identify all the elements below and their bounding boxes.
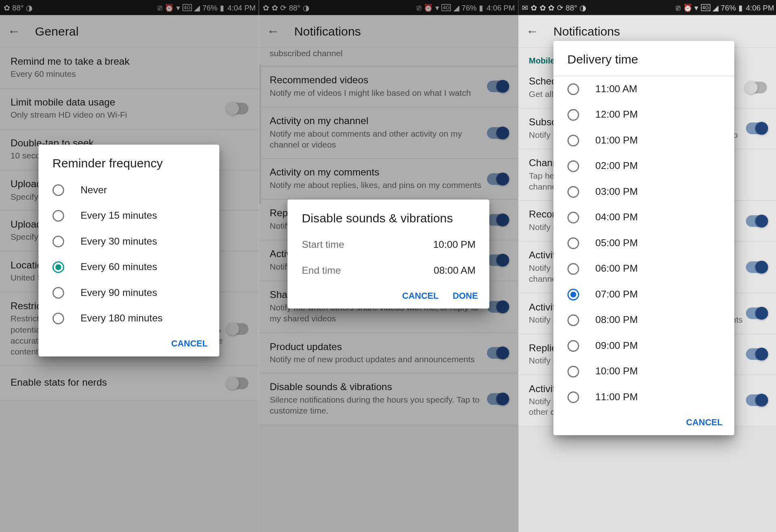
radio-option-0300pm[interactable]: 03:00 PM	[553, 179, 734, 205]
setting-channel-activity[interactable]: Activity on my channelNotify me about co…	[259, 107, 518, 159]
switch-toggle[interactable]	[487, 347, 508, 359]
radio-option-0700pm[interactable]: 07:00 PM	[553, 282, 734, 307]
radio-icon	[53, 210, 64, 222]
radio-label: Every 30 minutes	[80, 236, 157, 247]
end-time-row[interactable]: End time 08:00 AM	[288, 258, 489, 283]
radio-label: 10:00 PM	[595, 366, 638, 378]
reminder-frequency-dialog: Reminder frequency Never Every 15 minute…	[38, 145, 219, 357]
setting-disable-sounds[interactable]: Disable sounds & vibrationsSilence notif…	[259, 374, 518, 425]
switch-toggle[interactable]	[746, 82, 767, 94]
radio-option-0600pm[interactable]: 06:00 PM	[553, 256, 734, 281]
battery-icon: ▮	[738, 3, 742, 12]
radio-option-1200pm[interactable]: 12:00 PM	[553, 102, 734, 128]
switch-toggle[interactable]	[746, 262, 767, 273]
cancel-button[interactable]: CANCEL	[686, 417, 722, 427]
switch-toggle[interactable]	[487, 393, 508, 405]
radio-option-60[interactable]: Every 60 minutes	[38, 254, 219, 280]
switch-toggle[interactable]	[487, 214, 508, 226]
setting-remind-break[interactable]: Remind me to take a break Every 60 minut…	[0, 48, 259, 89]
battery-text: 76%	[721, 3, 736, 12]
done-button[interactable]: DONE	[453, 291, 478, 301]
back-button[interactable]: ←	[266, 24, 280, 38]
aperture-icon: ✿	[531, 3, 537, 12]
radio-option-15[interactable]: Every 15 minutes	[38, 203, 219, 228]
cancel-button[interactable]: CANCEL	[171, 338, 208, 348]
switch-toggle[interactable]	[746, 348, 767, 360]
radio-label: 07:00 PM	[595, 289, 638, 300]
radio-option-0500pm[interactable]: 05:00 PM	[553, 230, 734, 256]
radio-group: Never Every 15 minutes Every 30 minutes …	[38, 177, 219, 331]
switch-toggle[interactable]	[487, 173, 508, 185]
phone-notifications-delivery: ✉ ✿ ✿ ✿ ⟳ 88° ◑ ⎚ ⏰ ▾ 4G ◢ 76% ▮ 4:06 PM…	[519, 0, 776, 532]
setting-product-updates[interactable]: Product updatesNotify me of new product …	[259, 333, 518, 374]
radio-option-30[interactable]: Every 30 minutes	[38, 229, 219, 254]
radio-icon	[567, 289, 579, 300]
setting-recommended[interactable]: Recommended videosNotify me of videos I …	[259, 66, 518, 107]
radio-option-90[interactable]: Every 90 minutes	[38, 280, 219, 306]
location-icon: ◑	[26, 3, 32, 12]
disable-sounds-dialog: Disable sounds & vibrations Start time 1…	[288, 200, 489, 309]
switch-toggle[interactable]	[746, 395, 767, 406]
radio-label: 12:00 PM	[595, 109, 638, 121]
radio-icon	[53, 287, 64, 299]
switch-toggle[interactable]	[746, 215, 767, 227]
lte-icon: 4G	[183, 4, 192, 11]
page-title: Notifications	[294, 24, 361, 38]
back-button[interactable]: ←	[7, 24, 21, 38]
switch-toggle[interactable]	[228, 103, 249, 114]
radio-option-0800pm[interactable]: 08:00 PM	[553, 307, 734, 333]
radio-label: 01:00 PM	[595, 135, 638, 146]
radio-icon	[567, 83, 579, 95]
back-button[interactable]: ←	[525, 24, 540, 38]
radio-option-0200pm[interactable]: 02:00 PM	[553, 154, 734, 179]
switch-toggle[interactable]	[487, 255, 508, 266]
switch-toggle[interactable]	[746, 308, 767, 319]
cancel-button[interactable]: CANCEL	[402, 291, 439, 301]
status-bar: ✿ ✿ ⟳ 88° ◑ ⎚ ⏰ ▾ 4G ◢ 76% ▮ 4:06 PM	[259, 0, 518, 15]
setting-sub: Silence notifications during the hours y…	[270, 395, 487, 416]
setting-sub: Notify me about comments and other activ…	[270, 128, 487, 150]
setting-title: Product updates	[270, 341, 487, 353]
dialog-title: Delivery time	[553, 41, 734, 76]
switch-toggle[interactable]	[228, 323, 249, 335]
setting-stats-nerds[interactable]: Enable stats for nerds	[0, 366, 259, 401]
radio-label: 05:00 PM	[595, 237, 638, 249]
switch-toggle[interactable]	[487, 81, 508, 93]
start-time-row[interactable]: Start time 10:00 PM	[288, 232, 489, 258]
radio-label: 11:00 AM	[595, 83, 637, 95]
radio-icon	[567, 315, 579, 326]
setting-limit-data[interactable]: Limit mobile data usage Only stream HD v…	[0, 89, 259, 129]
signal-icon: ◢	[194, 3, 200, 12]
wifi-icon: ▾	[435, 3, 439, 12]
switch-toggle[interactable]	[487, 127, 508, 139]
radio-icon	[53, 236, 64, 247]
switch-toggle[interactable]	[487, 301, 508, 312]
signal-icon: ◢	[453, 3, 459, 12]
radio-label: Every 15 minutes	[80, 210, 157, 222]
radio-icon	[567, 391, 579, 403]
wifi-icon: ▾	[176, 3, 180, 12]
dialog-title: Disable sounds & vibrations	[288, 200, 489, 232]
setting-title: Disable sounds & vibrations	[270, 382, 487, 393]
sync-icon: ✿	[272, 3, 278, 12]
setting-comment-activity[interactable]: Activity on my commentsNotify me about r…	[259, 159, 518, 200]
radio-option-never[interactable]: Never	[38, 177, 219, 203]
radio-label: 03:00 PM	[595, 186, 638, 198]
radio-option-0900pm[interactable]: 09:00 PM	[553, 333, 734, 359]
delivery-time-dialog: Delivery time 11:00 AM 12:00 PM 01:00 PM…	[553, 41, 734, 435]
cast-icon: ⎚	[676, 3, 681, 12]
setting-title: Limit mobile data usage	[11, 97, 228, 108]
phone-general: ✿ 88° ◑ ⎚ ⏰ ▾ 4G ◢ 76% ▮ 4:04 PM ← Gener…	[0, 0, 259, 532]
radio-group: 11:00 AM 12:00 PM 01:00 PM 02:00 PM 03:0…	[553, 76, 734, 410]
radio-option-1100pm[interactable]: 11:00 PM	[553, 384, 734, 410]
radio-label: 11:00 PM	[595, 391, 638, 403]
radio-option-0100pm[interactable]: 01:00 PM	[553, 128, 734, 153]
radio-option-1000pm[interactable]: 10:00 PM	[553, 359, 734, 384]
status-bar: ✿ 88° ◑ ⎚ ⏰ ▾ 4G ◢ 76% ▮ 4:04 PM	[0, 0, 259, 15]
radio-option-180[interactable]: Every 180 minutes	[38, 306, 219, 331]
radio-icon	[53, 184, 64, 196]
switch-toggle[interactable]	[228, 378, 249, 389]
switch-toggle[interactable]	[746, 122, 767, 134]
radio-option-1100am[interactable]: 11:00 AM	[553, 76, 734, 102]
radio-option-0400pm[interactable]: 04:00 PM	[553, 205, 734, 230]
